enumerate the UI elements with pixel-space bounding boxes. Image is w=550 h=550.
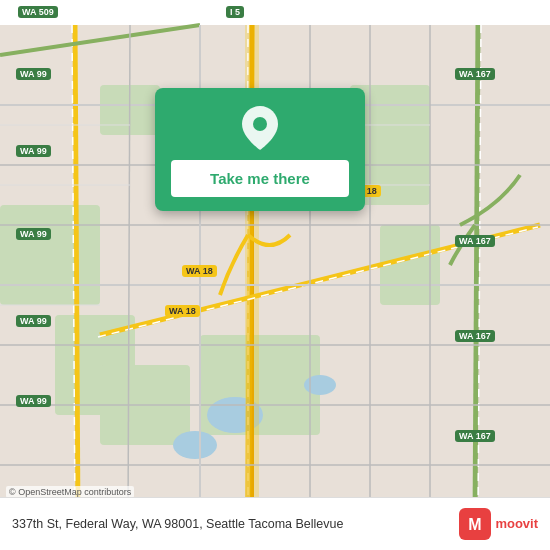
svg-point-9	[173, 431, 217, 459]
badge-wa18-3: WA 18	[165, 305, 200, 317]
svg-line-17	[475, 25, 478, 525]
badge-wa167-3: WA 167	[455, 330, 495, 342]
badge-wa99-2: WA 99	[16, 145, 51, 157]
badge-wa18-2: WA 18	[182, 265, 217, 277]
badge-wa99-5: WA 99	[16, 395, 51, 407]
svg-point-39	[253, 117, 267, 131]
badge-wa167-1: WA 167	[455, 68, 495, 80]
map-container: Take me there WA 509 I 5 WA 99 WA 99 WA …	[0, 0, 550, 550]
bottom-bar: 337th St, Federal Way, WA 98001, Seattle…	[0, 497, 550, 550]
moovit-logo: M moovit	[459, 508, 538, 540]
svg-text:M: M	[469, 516, 482, 533]
badge-i5: I 5	[226, 6, 244, 18]
badge-wa167-4: WA 167	[455, 430, 495, 442]
svg-line-15	[75, 25, 78, 525]
badge-wa509: WA 509	[18, 6, 58, 18]
badge-wa99-4: WA 99	[16, 315, 51, 327]
moovit-label-text: moovit	[495, 517, 538, 531]
location-pin-icon	[242, 106, 278, 150]
address-text: 337th St, Federal Way, WA 98001, Seattle…	[12, 517, 459, 531]
take-me-there-button[interactable]: Take me there	[171, 160, 349, 197]
moovit-icon: M	[459, 508, 491, 540]
badge-wa99-3: WA 99	[16, 228, 51, 240]
badge-wa167-2: WA 167	[455, 235, 495, 247]
badge-wa99-1: WA 99	[16, 68, 51, 80]
svg-rect-1	[0, 205, 100, 305]
map-svg	[0, 0, 550, 550]
svg-point-10	[304, 375, 336, 395]
location-card: Take me there	[155, 88, 365, 211]
